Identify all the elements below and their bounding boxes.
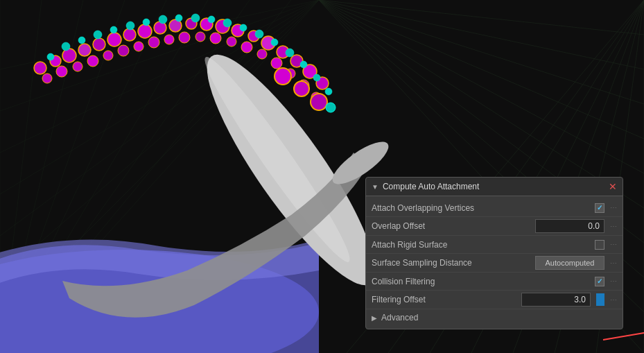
- attach-rigid-surface-control: ⋯: [500, 240, 617, 250]
- filtering-offset-dots: ⋯: [610, 296, 617, 304]
- attach-overlapping-vertices-row: Attach Overlapping Vertices ⋯: [366, 199, 623, 217]
- attach-overlapping-vertices-checkbox[interactable]: [595, 203, 604, 213]
- collision-filtering-checkbox[interactable]: [595, 277, 604, 286]
- svg-point-69: [195, 32, 205, 42]
- attach-rigid-surface-checkbox[interactable]: [595, 240, 604, 250]
- svg-point-70: [210, 33, 221, 44]
- panel-title: Compute Auto Attachment: [383, 182, 479, 191]
- svg-point-82: [110, 26, 117, 33]
- svg-point-80: [78, 37, 85, 44]
- svg-point-73: [257, 49, 267, 59]
- filtering-offset-blue-indicator: [596, 293, 604, 306]
- svg-point-87: [191, 14, 200, 22]
- close-button[interactable]: ✕: [609, 182, 617, 191]
- attach-overlapping-vertices-control: ⋯: [500, 203, 617, 213]
- attach-rigid-surface-dots: ⋯: [610, 241, 617, 248]
- surface-sampling-distance-label: Surface Sampling Distance: [372, 258, 500, 268]
- compute-auto-attachment-panel: ▼ Compute Auto Attachment ✕ Attach Overl…: [365, 177, 623, 329]
- svg-point-74: [271, 58, 282, 69]
- svg-point-96: [325, 88, 332, 95]
- svg-point-85: [159, 15, 167, 24]
- svg-point-94: [300, 61, 307, 68]
- overlap-offset-control: ⋯: [500, 219, 617, 233]
- attach-rigid-surface-label: Attach Rigid Surface: [372, 240, 500, 250]
- svg-point-44: [107, 33, 121, 46]
- svg-point-98: [294, 81, 309, 96]
- svg-point-86: [175, 15, 182, 21]
- panel-header-left: ▼ Compute Auto Attachment: [372, 182, 479, 191]
- svg-point-72: [241, 42, 252, 53]
- svg-point-64: [118, 45, 129, 56]
- svg-point-78: [47, 53, 54, 60]
- overlap-offset-label: Overlap Offset: [372, 221, 500, 231]
- svg-point-99: [275, 68, 291, 85]
- surface-sampling-distance-control: Autocomputed ⋯: [500, 256, 617, 270]
- svg-point-41: [62, 49, 76, 62]
- svg-point-79: [62, 42, 70, 51]
- attach-overlapping-vertices-label: Attach Overlapping Vertices: [372, 203, 500, 213]
- svg-point-92: [271, 39, 278, 46]
- advanced-row[interactable]: ▶ Advanced: [366, 309, 623, 326]
- svg-point-60: [56, 66, 67, 77]
- filtering-offset-row: Filtering Offset ⋯: [366, 291, 623, 309]
- svg-point-59: [42, 74, 52, 83]
- overlap-offset-dots: ⋯: [610, 223, 617, 230]
- panel-body: Attach Overlapping Vertices ⋯ Overlap Of…: [366, 196, 623, 329]
- svg-point-62: [87, 55, 98, 67]
- overlap-offset-input[interactable]: [535, 219, 604, 233]
- svg-point-91: [255, 30, 263, 38]
- advanced-expand-icon: ▶: [372, 314, 377, 322]
- svg-point-81: [94, 31, 102, 39]
- svg-point-43: [93, 38, 105, 51]
- svg-point-88: [208, 16, 215, 23]
- panel-header: ▼ Compute Auto Attachment ✕: [366, 178, 623, 196]
- attach-rigid-surface-row: Attach Rigid Surface ⋯: [366, 236, 623, 254]
- collision-filtering-label: Collision Filtering: [372, 277, 500, 286]
- filtering-offset-input[interactable]: [521, 293, 591, 307]
- svg-point-39: [34, 62, 46, 74]
- svg-point-42: [78, 44, 91, 56]
- svg-point-46: [138, 24, 152, 38]
- collision-filtering-control: ⋯: [500, 277, 617, 286]
- attach-overlapping-vertices-dots: ⋯: [610, 204, 617, 212]
- svg-point-63: [103, 51, 113, 60]
- filtering-offset-control: ⋯: [500, 293, 617, 307]
- svg-point-61: [73, 62, 82, 71]
- svg-point-100: [326, 103, 336, 112]
- svg-point-65: [134, 42, 143, 51]
- surface-sampling-dots: ⋯: [610, 259, 617, 267]
- svg-point-83: [126, 21, 134, 30]
- collision-filtering-row: Collision Filtering ⋯: [366, 273, 623, 291]
- filtering-offset-label: Filtering Offset: [372, 295, 500, 304]
- surface-sampling-distance-row: Surface Sampling Distance Autocomputed ⋯: [366, 254, 623, 273]
- collision-filtering-dots: ⋯: [610, 277, 617, 285]
- svg-point-71: [227, 37, 236, 46]
- autocomputed-button[interactable]: Autocomputed: [535, 256, 604, 270]
- svg-point-97: [311, 94, 327, 110]
- panel-expand-icon[interactable]: ▼: [372, 183, 378, 191]
- svg-point-66: [148, 37, 159, 48]
- svg-point-68: [179, 32, 190, 43]
- svg-point-89: [223, 19, 232, 27]
- svg-point-67: [164, 35, 174, 44]
- overlap-offset-row: Overlap Offset ⋯: [366, 217, 623, 236]
- advanced-label: Advanced: [381, 313, 418, 322]
- svg-point-93: [286, 49, 294, 57]
- svg-point-45: [123, 28, 136, 41]
- svg-point-84: [143, 19, 150, 26]
- svg-point-95: [313, 74, 320, 81]
- svg-point-90: [240, 24, 247, 31]
